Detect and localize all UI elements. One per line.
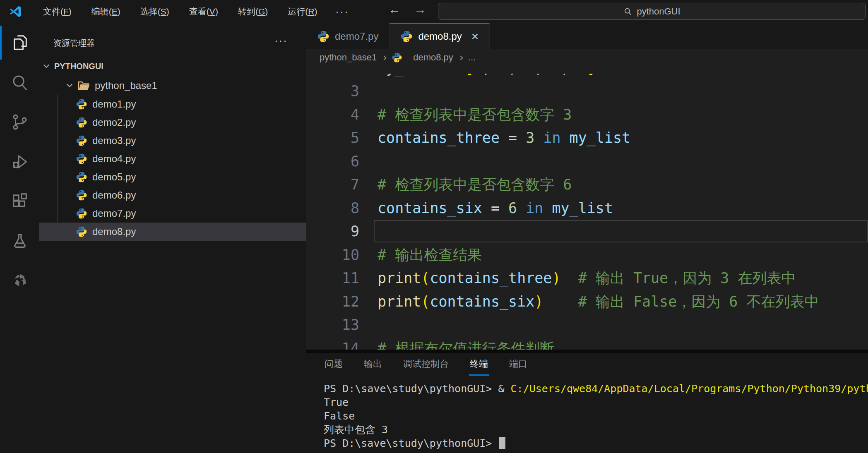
source-control-icon[interactable] — [0, 102, 39, 142]
chevron-down-icon — [67, 81, 72, 87]
panel-tabs: 问题输出调试控制台终端端口 — [324, 353, 528, 376]
code-line-13: 13 — [306, 313, 868, 337]
line-number: 4 — [306, 103, 359, 126]
file-tree: PYTHONGUI python_base1 demo1.py demo2.py… — [39, 23, 306, 453]
folder-icon — [77, 79, 90, 92]
code-line-9: 9 — [306, 220, 868, 243]
terminal-line: 列表中包含 3 — [324, 423, 868, 436]
extension-logo-icon[interactable] — [0, 261, 39, 301]
run-debug-icon[interactable] — [0, 142, 39, 182]
menu-overflow-button[interactable]: ··· — [327, 6, 357, 17]
breadcrumb-file[interactable]: demo8.py — [413, 52, 453, 63]
menu-item-v[interactable]: 查看(V) — [179, 6, 228, 17]
code-line-12: 12print(contains_six) # 输出 False，因为 6 不在… — [306, 290, 868, 314]
terminal-line: True — [324, 395, 868, 409]
code-line-text: # 根据布尔值进行条件判断 — [377, 337, 554, 350]
code-line-text: contains_six = 6 in my_list — [377, 197, 613, 220]
menu-item-s[interactable]: 选择(S) — [130, 6, 179, 17]
tree-file-demo1-py[interactable]: demo1.py — [39, 95, 306, 113]
extensions-icon[interactable] — [0, 182, 39, 221]
tree-file-demo6-py[interactable]: demo6.py — [39, 186, 306, 204]
code-line-6: 6 — [306, 150, 868, 173]
line-number: 14 — [306, 337, 359, 350]
menu-item-g[interactable]: 转到(G) — [228, 6, 278, 17]
title-bar: 文件(F)编辑(E)选择(S)查看(V)转到(G)运行(R) ··· ← → p… — [0, 0, 868, 23]
tree-file-demo8-py[interactable]: demo8.py — [39, 223, 306, 241]
panel-tab-终端[interactable]: 终端 — [469, 354, 489, 376]
file-name: demo1.py — [92, 98, 136, 110]
code-line-text: # 检查列表中是否包含数字 6 — [377, 173, 572, 196]
file-name: demo8.py — [92, 226, 136, 237]
python-icon — [76, 189, 87, 201]
menu-item-e[interactable]: 编辑(E) — [82, 6, 130, 17]
python-icon — [76, 226, 87, 237]
code-line-text: # 输出检查结果 — [377, 243, 482, 266]
terminal-line: False — [324, 409, 868, 423]
python-icon — [392, 52, 402, 63]
file-name: demo6.py — [92, 189, 136, 201]
tree-folder-python-base1[interactable]: python_base1 — [39, 77, 306, 95]
tab-label: demo8.py — [418, 31, 462, 42]
python-icon — [76, 171, 87, 183]
panel-tab-问题[interactable]: 问题 — [324, 354, 344, 376]
vscode-logo-icon — [8, 5, 22, 19]
breadcrumb: python_base1 demo8.py ... — [306, 49, 868, 74]
line-number: 11 — [306, 266, 359, 290]
explorer-icon[interactable] — [0, 23, 39, 62]
tree-root-pythongui[interactable]: PYTHONGUI — [39, 57, 306, 75]
terminal-line: PS D:\save\study\pythonGUI> & C:/Users/q… — [324, 382, 868, 395]
editor-tabs: demo7.py demo8.py× — [306, 23, 868, 49]
breadcrumb-folder[interactable]: python_base1 — [320, 52, 377, 63]
menu-bar: 文件(F)编辑(E)选择(S)查看(V)转到(G)运行(R) — [33, 6, 327, 17]
menu-item-f[interactable]: 文件(F) — [33, 6, 82, 17]
tree-file-demo3-py[interactable]: demo3.py — [39, 132, 306, 150]
editor-group: demo7.py demo8.py× python_base1 demo8.py… — [306, 23, 868, 453]
tree-file-demo4-py[interactable]: demo4.py — [39, 150, 306, 168]
panel-tab-调试控制台[interactable]: 调试控制台 — [402, 354, 450, 376]
code-line-5: 5contains_three = 3 in my_list — [306, 126, 868, 150]
tab-demo7-py[interactable]: demo7.py — [306, 23, 390, 49]
tree-root-label: PYTHONGUI — [54, 62, 103, 71]
tree-file-demo5-py[interactable]: demo5.py — [39, 168, 306, 186]
line-number: 9 — [306, 220, 359, 243]
testing-icon[interactable] — [0, 221, 39, 261]
panel-tab-端口[interactable]: 端口 — [508, 354, 528, 376]
line-number: 3 — [306, 79, 359, 103]
search-text: pythonGUI — [637, 6, 680, 17]
code-line-text: # 检查列表中是否包含数字 3 — [377, 103, 572, 126]
line-number: 5 — [306, 126, 359, 149]
file-name: demo7.py — [92, 208, 136, 219]
code-line-7: 7# 检查列表中是否包含数字 6 — [306, 173, 868, 197]
line-number: 8 — [306, 197, 359, 220]
terminal[interactable]: PS D:\save\study\pythonGUI> & C:/Users/q… — [324, 382, 868, 453]
panel-tab-输出[interactable]: 输出 — [363, 354, 383, 376]
terminal-line: PS D:\save\study\pythonGUI> — [324, 436, 868, 450]
line-number: 6 — [306, 150, 359, 173]
tab-label: demo7.py — [335, 31, 378, 42]
terminal-cursor — [499, 437, 505, 449]
activity-bar — [0, 23, 39, 453]
tab-demo8-py[interactable]: demo8.py× — [390, 23, 490, 49]
python-icon — [400, 30, 413, 43]
code-line-text: print(contains_three) # 输出 True，因为 3 在列表… — [377, 266, 796, 290]
python-icon — [76, 98, 87, 110]
python-icon — [76, 153, 87, 165]
code-line-text: contains_three = 3 in my_list — [377, 126, 630, 149]
menu-item-r[interactable]: 运行(R) — [278, 6, 327, 17]
search-sidebar-icon[interactable] — [0, 62, 39, 102]
file-name: demo4.py — [92, 153, 136, 165]
close-icon[interactable]: × — [471, 29, 479, 43]
current-line-highlight — [374, 220, 868, 242]
code-line-2: 2my_list = [1, 2, 3, 4, 5] — [306, 74, 868, 80]
code-editor[interactable]: 2my_list = [1, 2, 3, 4, 5]34# 检查列表中是否包含数… — [306, 74, 868, 350]
nav-forward-icon[interactable]: → — [414, 2, 426, 17]
bottom-panel: 问题输出调试控制台终端端口 PS D:\save\study\pythonGUI… — [306, 350, 868, 453]
command-center-search[interactable]: pythonGUI — [438, 3, 866, 20]
nav-back-icon[interactable]: ← — [388, 2, 401, 17]
breadcrumb-more[interactable]: ... — [468, 52, 476, 63]
file-name: demo3.py — [92, 135, 136, 146]
tree-file-demo7-py[interactable]: demo7.py — [39, 204, 306, 223]
line-number: 2 — [306, 74, 359, 79]
code-line-text: print(contains_six) # 输出 False，因为 6 不在列表… — [377, 290, 819, 313]
tree-file-demo2-py[interactable]: demo2.py — [39, 113, 306, 132]
